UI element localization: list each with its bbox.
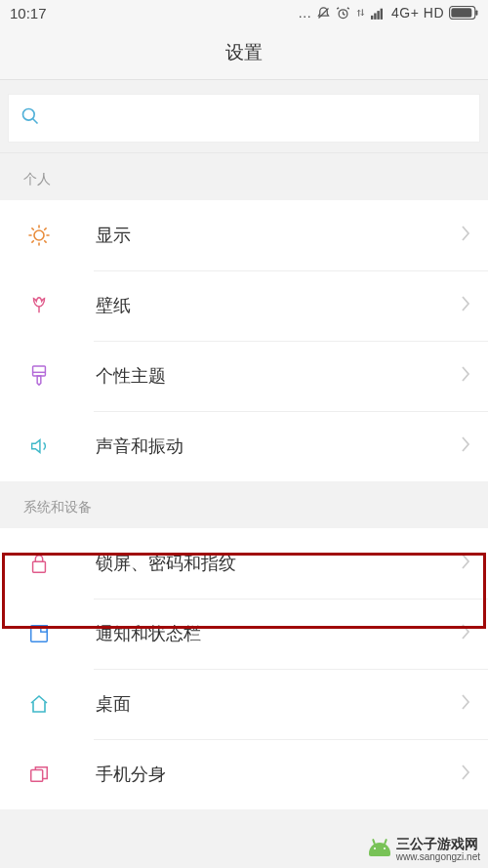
signal-icon	[371, 7, 386, 20]
svg-rect-21	[33, 561, 46, 572]
svg-rect-2	[371, 15, 373, 19]
battery-icon	[449, 6, 478, 20]
svg-line-18	[32, 241, 33, 242]
tulip-icon	[25, 294, 53, 317]
svg-point-9	[23, 109, 35, 121]
row-theme[interactable]: 个性主题	[0, 341, 488, 411]
svg-rect-5	[381, 8, 383, 19]
data-transfer-icon	[355, 6, 366, 20]
brush-icon	[25, 363, 53, 389]
watermark-url: www.sangongzi.net	[396, 851, 480, 862]
sun-icon	[25, 224, 53, 247]
chevron-right-icon	[461, 293, 470, 318]
row-label: 显示	[96, 224, 461, 247]
svg-rect-24	[31, 769, 43, 781]
alarm-icon	[336, 6, 350, 21]
home-icon	[25, 692, 53, 716]
svg-rect-22	[31, 626, 48, 642]
svg-rect-23	[41, 626, 47, 632]
row-lockscreen[interactable]: 锁屏、密码和指纹	[0, 528, 488, 599]
row-wallpaper[interactable]: 壁纸	[0, 270, 488, 341]
chevron-right-icon	[461, 762, 470, 787]
row-label: 锁屏、密码和指纹	[96, 552, 461, 575]
status-bar: 10:17 ...	[0, 0, 488, 25]
row-label: 声音和振动	[96, 434, 461, 458]
row-label: 通知和状态栏	[96, 622, 461, 645]
section-header-personal: 个人	[0, 153, 488, 200]
row-notification[interactable]: 通知和状态栏	[0, 599, 488, 669]
row-dual-apps[interactable]: 手机分身	[0, 739, 488, 809]
row-label: 个性主题	[96, 364, 461, 388]
page-title: 设置	[225, 40, 263, 65]
chevron-right-icon	[461, 621, 470, 646]
svg-rect-4	[377, 11, 379, 20]
dnd-icon	[316, 6, 331, 21]
chevron-right-icon	[461, 223, 470, 248]
watermark: 三公子游戏网 www.sangongzi.net	[369, 837, 480, 862]
row-display[interactable]: 显示	[0, 200, 488, 270]
section-header-system: 系统和设备	[0, 481, 488, 528]
chevron-right-icon	[461, 363, 470, 389]
search-container	[0, 80, 488, 153]
svg-rect-20	[33, 366, 46, 376]
row-label: 桌面	[96, 692, 461, 716]
svg-rect-8	[475, 10, 477, 15]
svg-point-11	[34, 230, 44, 240]
chevron-right-icon	[461, 691, 470, 717]
page-header: 设置	[0, 25, 488, 80]
row-label: 壁纸	[96, 294, 461, 317]
notification-bar-icon	[25, 623, 53, 644]
svg-rect-3	[374, 13, 376, 19]
svg-rect-7	[451, 8, 471, 18]
svg-line-10	[33, 119, 38, 124]
lock-icon	[25, 552, 53, 575]
row-sound[interactable]: 声音和振动	[0, 411, 488, 481]
list-system: 锁屏、密码和指纹 通知和状态栏 桌面	[0, 528, 488, 809]
search-input[interactable]	[50, 109, 468, 127]
search-icon	[20, 106, 40, 130]
row-label: 手机分身	[96, 763, 461, 786]
speaker-icon	[25, 435, 53, 457]
dual-rect-icon	[25, 764, 53, 785]
status-dots-icon: ...	[299, 5, 311, 21]
svg-line-19	[45, 228, 46, 229]
watermark-name: 三公子游戏网	[396, 837, 480, 851]
android-icon	[369, 843, 390, 856]
svg-line-16	[32, 228, 33, 229]
status-time: 10:17	[10, 5, 47, 21]
search-box[interactable]	[8, 94, 480, 143]
chevron-right-icon	[461, 434, 470, 459]
chevron-right-icon	[461, 551, 470, 576]
svg-line-17	[45, 241, 46, 242]
list-personal: 显示 壁纸 个性主题	[0, 200, 488, 481]
row-home[interactable]: 桌面	[0, 669, 488, 739]
status-network: 4G+ HD	[391, 5, 444, 21]
